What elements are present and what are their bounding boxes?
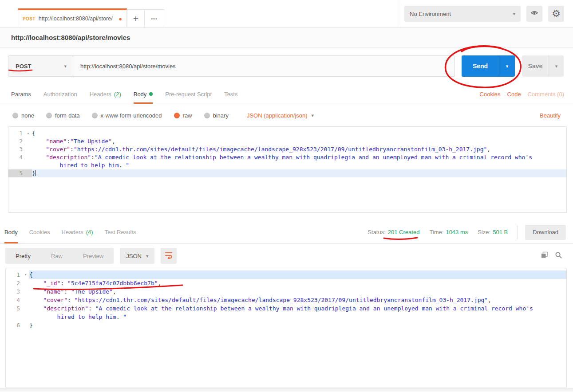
- section-gap: [0, 213, 573, 220]
- code-line: hired to help him. ": [6, 313, 566, 321]
- settings-button[interactable]: ⚙: [548, 6, 564, 22]
- code-line: 2 "name":"The Upside",: [8, 137, 566, 145]
- time-badge: Time:1043 ms: [429, 229, 468, 235]
- request-tabs-left: ParamsAuthorizationHeaders(2)BodyPre-req…: [11, 84, 250, 104]
- chevron-down-icon: ▾: [311, 113, 314, 118]
- response-tab-headers[interactable]: Headers(4): [62, 220, 93, 243]
- comments-link[interactable]: Comments (0): [528, 91, 564, 98]
- environment-select[interactable]: No Environment ▾: [404, 6, 521, 22]
- size-value: 501 B: [493, 229, 508, 235]
- environment-area: No Environment ▾ ⚙: [398, 0, 573, 27]
- gear-icon: ⚙: [552, 9, 561, 19]
- radio-button-icon: [174, 113, 180, 118]
- send-split-button: Send ▾: [462, 55, 515, 77]
- body-has-content-dot-icon: [149, 92, 153, 96]
- tab-body[interactable]: Body: [134, 84, 153, 104]
- new-tab-button[interactable]: +: [127, 9, 145, 27]
- request-tab-bar: POST http://localhost:8080/api/store/ ● …: [18, 8, 164, 27]
- response-tab-cookies[interactable]: Cookies: [29, 220, 50, 243]
- request-title-row: http://localhost:8080/api/store/movies: [0, 27, 573, 48]
- tab-tests[interactable]: Tests: [224, 84, 237, 104]
- code-line: 3 "cover":"https://cdn1.thr.com/sites/de…: [8, 145, 566, 153]
- save-options-button[interactable]: ▾: [549, 55, 564, 77]
- tab-authorization[interactable]: Authorization: [43, 84, 77, 104]
- request-body-editor[interactable]: 1▾{2 "name":"The Upside",3 "cover":"http…: [8, 126, 567, 213]
- send-button[interactable]: Send: [462, 55, 499, 77]
- radio-button-icon: [92, 113, 98, 118]
- beautify-link[interactable]: Beautify: [540, 112, 561, 119]
- eye-icon: [530, 10, 538, 18]
- request-tab[interactable]: POST http://localhost:8080/api/store/ ●: [18, 8, 127, 27]
- download-button[interactable]: Download: [525, 225, 566, 240]
- save-button[interactable]: Save: [522, 55, 549, 77]
- chevron-down-icon: ▾: [146, 253, 149, 259]
- content-type-label: JSON (application/json): [247, 112, 308, 119]
- fold-arrow-icon[interactable]: ▾: [22, 270, 29, 279]
- request-url-bar: POST ▾ Send ▾ Save ▾: [0, 48, 573, 84]
- response-tabs: BodyCookiesHeaders(4)Test Results: [4, 220, 147, 243]
- search-icon[interactable]: [555, 251, 562, 261]
- tab-headers[interactable]: Headers(2): [90, 84, 121, 104]
- response-body-editor[interactable]: 1▾{2 "_id": "5c4e715fa74c07dbbb6ecb7b",3…: [5, 268, 567, 388]
- environment-quicklook-button[interactable]: [526, 6, 542, 22]
- radio-x-www-form-urlencoded[interactable]: x-www-form-urlencoded: [92, 112, 162, 119]
- method-select[interactable]: POST ▾: [8, 55, 73, 77]
- status-badge: Status:201 Created: [368, 229, 419, 235]
- fold-arrow-icon[interactable]: ▾: [24, 129, 32, 137]
- code-line: 5 "description": "A comedic look at the …: [6, 304, 566, 313]
- response-tab-test-results[interactable]: Test Results: [105, 220, 136, 243]
- radio-binary[interactable]: binary: [204, 112, 229, 119]
- page-title: http://localhost:8080/api/store/movies: [11, 34, 130, 41]
- size-badge: Size:501 B: [478, 229, 508, 235]
- code-link[interactable]: Code: [507, 91, 521, 98]
- response-toolbar: PrettyRawPreview JSON ▾: [0, 244, 573, 268]
- chevron-down-icon: ▾: [64, 63, 67, 69]
- response-tab-body[interactable]: Body: [4, 220, 18, 243]
- environment-label: No Environment: [410, 11, 451, 17]
- view-pretty-button[interactable]: Pretty: [5, 253, 41, 259]
- app-header: POST http://localhost:8080/api/store/ ● …: [0, 0, 573, 27]
- body-type-row: noneform-datax-www-form-urlencodedrawbin…: [0, 104, 573, 126]
- radio-button-icon: [46, 113, 52, 118]
- body-type-radio-group: noneform-datax-www-form-urlencodedrawbin…: [12, 112, 241, 119]
- cookies-link[interactable]: Cookies: [480, 91, 501, 98]
- tab-pre-request-script[interactable]: Pre-request Script: [165, 84, 212, 104]
- code-line: 6}: [6, 321, 566, 329]
- response-view-switcher: PrettyRawPreview: [5, 248, 114, 264]
- wrap-text-button[interactable]: [161, 248, 177, 264]
- tab-params[interactable]: Params: [11, 84, 31, 104]
- save-split-button: Save ▾: [522, 55, 564, 77]
- tab-method-badge: POST: [23, 16, 36, 21]
- divider: [518, 226, 518, 239]
- radio-form-data[interactable]: form-data: [46, 112, 80, 119]
- response-toolbar-right: [541, 251, 562, 261]
- view-raw-button[interactable]: Raw: [41, 253, 73, 259]
- chevron-down-icon: ▾: [555, 63, 558, 69]
- request-tabs: ParamsAuthorizationHeaders(2)BodyPre-req…: [0, 84, 573, 104]
- format-label: JSON: [126, 253, 142, 259]
- wrap-text-icon: [165, 251, 173, 261]
- response-meta-row: BodyCookiesHeaders(4)Test Results Status…: [0, 220, 573, 244]
- radio-none[interactable]: none: [12, 112, 34, 119]
- request-tabs-right: Cookies Code Comments (0): [480, 84, 564, 104]
- view-preview-button[interactable]: Preview: [73, 253, 114, 259]
- tab-url-label: http://localhost:8080/api/store/: [39, 16, 115, 22]
- send-options-button[interactable]: ▾: [499, 55, 515, 77]
- code-line: 1▾{: [8, 129, 566, 137]
- content-type-select[interactable]: JSON (application/json) ▾: [247, 112, 314, 119]
- code-line: 2 "_id": "5c4e715fa74c07dbbb6ecb7b",: [6, 279, 566, 287]
- code-line: 1▾{: [6, 270, 566, 279]
- copy-icon[interactable]: [541, 251, 548, 261]
- tab-options-button[interactable]: •••: [145, 9, 164, 27]
- chevron-down-icon: ▾: [506, 63, 509, 69]
- horizontal-scrollbar[interactable]: [0, 388, 573, 392]
- radio-raw[interactable]: raw: [174, 112, 192, 119]
- url-input[interactable]: [73, 55, 455, 77]
- code-line: 4 "cover": "https://cdn1.thr.com/sites/d…: [6, 296, 566, 304]
- status-value: 201 Created: [388, 229, 420, 235]
- code-line: 5}: [8, 169, 566, 177]
- response-status-area: Status:201 Created Time:1043 ms Size:501…: [358, 220, 566, 244]
- radio-button-icon: [204, 113, 210, 118]
- chevron-down-icon: ▾: [513, 11, 515, 17]
- response-format-select[interactable]: JSON ▾: [120, 248, 154, 264]
